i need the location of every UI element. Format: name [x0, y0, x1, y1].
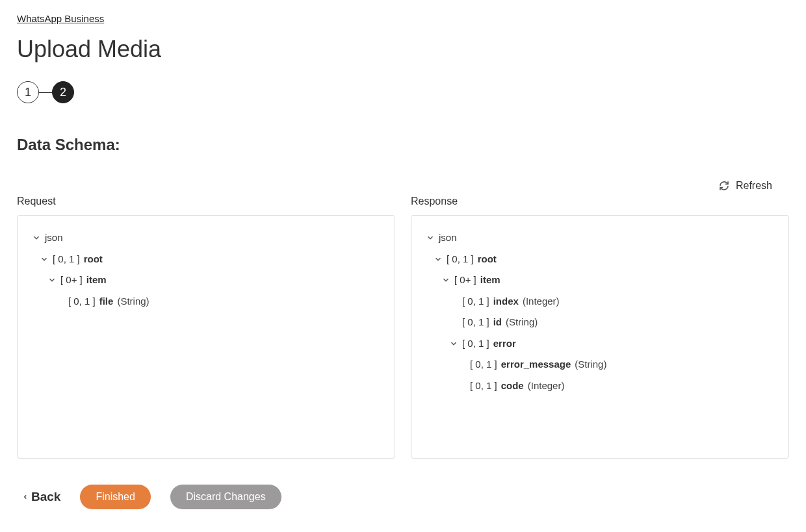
- tree-node-label: json: [439, 231, 457, 246]
- chevron-down-icon: [441, 275, 450, 285]
- tree-node-id[interactable]: [ 0, 1 ] id (String): [419, 312, 781, 333]
- tree-node-root[interactable]: [ 0, 1 ] root: [25, 249, 387, 270]
- tree-node-name: root: [478, 252, 497, 267]
- request-column-label: Request: [17, 196, 395, 207]
- tree-node-name: error: [493, 336, 516, 351]
- section-title: Data Schema:: [17, 136, 789, 154]
- chevron-down-icon: [426, 233, 435, 242]
- finished-button[interactable]: Finished: [80, 485, 150, 509]
- tree-node-item[interactable]: [ 0+ ] item: [419, 270, 781, 291]
- request-schema-box: json [ 0, 1 ] root [ 0+ ] item [ 0, 1 ] …: [17, 215, 395, 459]
- tree-node-name: item: [86, 273, 107, 288]
- tree-node-error[interactable]: [ 0, 1 ] error: [419, 333, 781, 355]
- tree-node-error-message[interactable]: [ 0, 1 ] error_message (String): [419, 354, 781, 375]
- tree-node-root[interactable]: [ 0, 1 ] root: [419, 249, 781, 270]
- tree-node-type: (Integer): [523, 294, 560, 309]
- tree-node-code[interactable]: [ 0, 1 ] code (Integer): [419, 375, 781, 397]
- tree-node-cardinality: [ 0, 1 ]: [462, 315, 489, 330]
- tree-node-cardinality: [ 0, 1 ]: [447, 252, 474, 267]
- chevron-left-icon: [22, 492, 29, 501]
- back-label: Back: [31, 490, 60, 504]
- tree-node-type: (String): [117, 294, 149, 309]
- tree-node-name: id: [493, 315, 502, 330]
- breadcrumb-link[interactable]: WhatsApp Business: [17, 13, 104, 24]
- tree-node-file[interactable]: [ 0, 1 ] file (String): [25, 291, 387, 312]
- tree-node-cardinality: [ 0, 1 ]: [470, 379, 497, 394]
- chevron-down-icon: [449, 339, 458, 348]
- stepper: 1 2: [17, 81, 789, 103]
- tree-node-name: root: [84, 252, 103, 267]
- tree-node-cardinality: [ 0, 1 ]: [53, 252, 80, 267]
- discard-changes-button[interactable]: Discard Changes: [170, 485, 281, 509]
- chevron-down-icon: [434, 255, 443, 264]
- tree-node-cardinality: [ 0+ ]: [454, 273, 476, 288]
- response-column-label: Response: [411, 196, 789, 207]
- tree-node-name: code: [501, 379, 524, 394]
- tree-node-cardinality: [ 0, 1 ]: [462, 336, 489, 351]
- refresh-button[interactable]: Refresh: [719, 180, 772, 192]
- tree-node-type: (String): [506, 315, 538, 330]
- tree-node-index[interactable]: [ 0, 1 ] index (Integer): [419, 291, 781, 312]
- tree-node-name: index: [493, 294, 519, 309]
- response-column: Response json [ 0, 1 ] root [ 0+ ] item …: [411, 196, 789, 459]
- step-1[interactable]: 1: [17, 81, 39, 103]
- page-title: Upload Media: [17, 36, 789, 63]
- tree-node-name: error_message: [501, 357, 571, 372]
- tree-node-cardinality: [ 0+ ]: [60, 273, 83, 288]
- step-2[interactable]: 2: [52, 81, 74, 103]
- tree-node-json[interactable]: json: [419, 227, 781, 249]
- back-button[interactable]: Back: [22, 490, 60, 504]
- response-schema-box: json [ 0, 1 ] root [ 0+ ] item [ 0, 1 ] …: [411, 215, 789, 459]
- step-connector: [39, 92, 52, 93]
- tree-node-type: (String): [575, 357, 606, 372]
- tree-node-label: json: [45, 231, 63, 246]
- chevron-down-icon: [40, 255, 49, 264]
- tree-node-json[interactable]: json: [25, 227, 387, 249]
- tree-node-cardinality: [ 0, 1 ]: [462, 294, 489, 309]
- tree-node-type: (Integer): [528, 379, 565, 394]
- tree-node-name: item: [480, 273, 500, 288]
- chevron-down-icon: [47, 275, 57, 285]
- tree-node-item[interactable]: [ 0+ ] item: [25, 270, 387, 291]
- tree-node-cardinality: [ 0, 1 ]: [68, 294, 96, 309]
- refresh-icon: [719, 181, 729, 191]
- request-column: Request json [ 0, 1 ] root [ 0+ ] item […: [17, 196, 395, 459]
- tree-node-cardinality: [ 0, 1 ]: [470, 357, 497, 372]
- refresh-label: Refresh: [736, 180, 772, 192]
- chevron-down-icon: [32, 233, 41, 242]
- tree-node-name: file: [99, 294, 114, 309]
